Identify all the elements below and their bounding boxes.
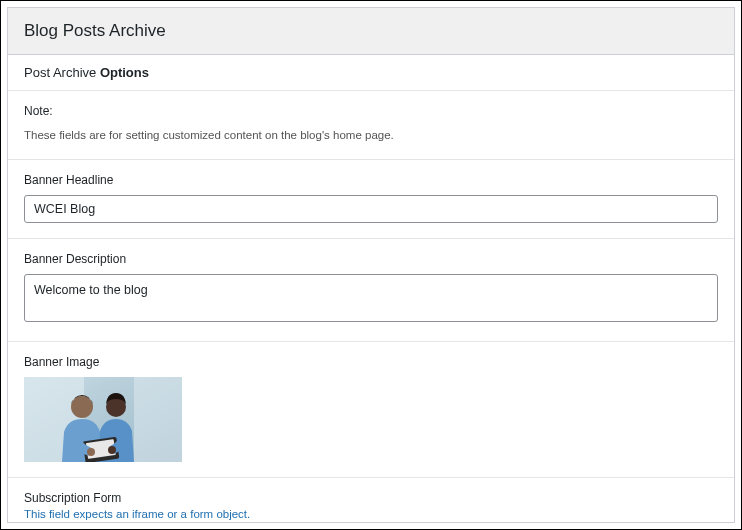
subscription-form-panel: Subscription Form This field expects an … — [8, 478, 734, 523]
banner-headline-input[interactable] — [24, 195, 718, 223]
banner-description-panel: Banner Description — [8, 239, 734, 342]
banner-headline-label: Banner Headline — [24, 173, 718, 187]
note-panel: Note: These fields are for setting custo… — [8, 91, 734, 160]
svg-point-3 — [71, 396, 93, 418]
note-label: Note: — [24, 104, 718, 118]
note-text: These fields are for setting customized … — [24, 126, 718, 144]
svg-rect-2 — [134, 377, 182, 462]
section-title: Post Archive Options — [8, 55, 734, 91]
banner-image-label: Banner Image — [24, 355, 718, 369]
panel-header: Blog Posts Archive — [8, 8, 734, 55]
svg-point-8 — [108, 446, 116, 454]
banner-image-panel: Banner Image — [8, 342, 734, 478]
svg-point-7 — [87, 448, 95, 456]
subscription-form-helper: This field expects an iframe or a form o… — [24, 508, 718, 520]
section-title-prefix: Post Archive — [24, 65, 100, 80]
subscription-form-label: Subscription Form — [24, 491, 718, 505]
banner-description-label: Banner Description — [24, 252, 718, 266]
section-title-bold: Options — [100, 65, 149, 80]
banner-headline-panel: Banner Headline — [8, 160, 734, 239]
page-title: Blog Posts Archive — [24, 21, 718, 41]
banner-image-preview[interactable] — [24, 377, 182, 462]
banner-description-input[interactable] — [24, 274, 718, 322]
